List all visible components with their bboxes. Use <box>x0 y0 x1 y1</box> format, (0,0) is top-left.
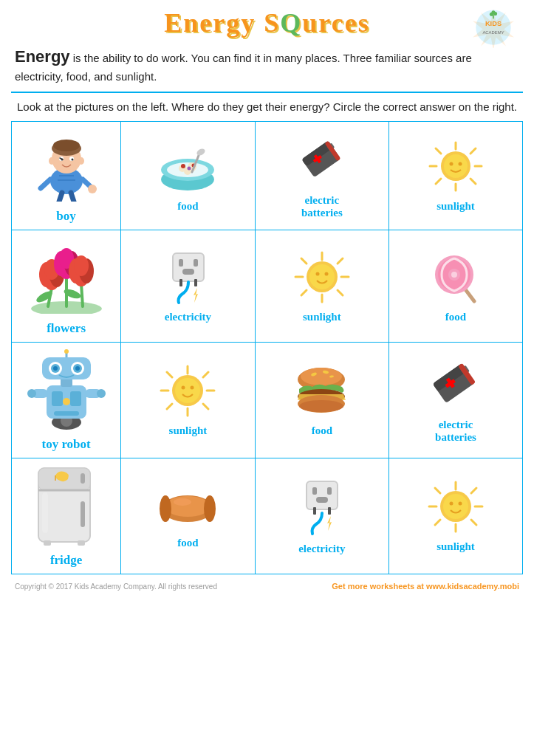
header: Energy SQurces KIDS ACADEMY <box>11 7 523 38</box>
svg-line-126 <box>203 372 208 377</box>
answer-cell-boy-food[interactable]: food <box>121 122 255 230</box>
svg-point-116 <box>53 366 58 371</box>
sunlight-label-2: sunlight <box>303 311 341 323</box>
answer-item-sausage: food <box>124 483 251 549</box>
subject-cell-robot: toy robot <box>12 343 121 458</box>
answer-cell-boy-battery[interactable]: electricbatteries <box>255 122 388 230</box>
instruction-text: Look at the pictures on the left. Where … <box>11 99 523 116</box>
website-link[interactable]: Get more worksheets at www.kidsacademy.m… <box>332 582 519 591</box>
page: Energy SQurces KIDS ACADEMY Energy is th… <box>0 0 534 598</box>
svg-point-131 <box>191 386 194 390</box>
boy-icon <box>30 128 103 202</box>
svg-rect-102 <box>52 391 63 406</box>
svg-rect-80 <box>194 279 197 286</box>
svg-rect-75 <box>173 253 204 281</box>
answer-cell-fridge-electricity[interactable]: electricity <box>255 458 388 574</box>
battery-icon-1 <box>292 133 352 188</box>
answer-cell-robot-sun[interactable]: sunlight <box>121 343 255 458</box>
table-row: flowers <box>12 230 523 343</box>
svg-line-125 <box>203 404 208 409</box>
svg-point-11 <box>53 140 80 151</box>
svg-point-92 <box>315 272 319 275</box>
answer-cell-boy-sun[interactable]: sunlight <box>389 122 523 230</box>
answer-item-plug-1: electricity <box>124 250 251 323</box>
svg-point-130 <box>182 386 185 390</box>
svg-rect-152 <box>44 540 51 546</box>
food-burger-label: food <box>312 425 332 437</box>
battery-icon-2 <box>426 357 485 413</box>
electricity-label-2: electricity <box>298 543 345 555</box>
copyright-text: Copyright © 2017 Kids Academy Company. A… <box>15 583 217 591</box>
svg-line-51 <box>470 148 476 154</box>
svg-point-176 <box>443 494 468 519</box>
svg-point-15 <box>71 159 73 161</box>
burger-icon <box>290 363 353 419</box>
subject-label-flowers: flowers <box>47 321 86 336</box>
svg-text:ACADEMY: ACADEMY <box>482 30 504 35</box>
svg-marker-81 <box>194 288 198 303</box>
svg-rect-150 <box>81 501 85 527</box>
svg-point-17 <box>49 157 55 165</box>
svg-line-124 <box>167 372 172 377</box>
subject-cell-fridge: fridge <box>12 458 121 574</box>
svg-line-88 <box>338 258 343 264</box>
plug-icon-2 <box>290 478 353 537</box>
svg-rect-162 <box>327 487 332 495</box>
answer-cell-fridge-sun[interactable]: sunlight <box>389 458 523 574</box>
electricity-label-1: electricity <box>165 311 211 323</box>
title-ources: urces <box>302 8 369 38</box>
svg-line-174 <box>435 520 440 525</box>
answer-item-sun-2: sunlight <box>259 250 386 323</box>
answer-cell-robot-battery[interactable]: electricbatteries <box>389 343 523 458</box>
svg-line-49 <box>436 148 441 154</box>
subject-item-robot: toy robot <box>15 348 117 452</box>
activity-grid: boy <box>11 121 523 574</box>
answer-cell-flowers-electricity[interactable]: electricity <box>121 230 255 343</box>
svg-point-56 <box>459 162 462 166</box>
answer-item-sun-1: sunlight <box>392 139 519 213</box>
svg-rect-165 <box>328 507 331 515</box>
answer-cell-robot-food[interactable]: food <box>255 343 388 458</box>
subject-item-fridge: fridge <box>15 464 117 568</box>
svg-point-105 <box>63 398 70 405</box>
intro-bold: Energy <box>15 47 70 66</box>
subject-item-boy: boy <box>15 128 117 224</box>
svg-point-18 <box>78 157 84 165</box>
table-row: toy robot <box>12 343 523 458</box>
lollipop-icon <box>426 250 485 305</box>
svg-line-22 <box>59 193 62 202</box>
table-row: fridge <box>12 458 523 574</box>
svg-rect-78 <box>182 269 194 275</box>
svg-point-74 <box>74 255 89 276</box>
page-title: Energy SQurces <box>164 7 369 38</box>
food-bowl-label: food <box>177 200 198 213</box>
svg-rect-104 <box>54 411 79 416</box>
title-q-icon: Q <box>280 8 302 38</box>
svg-rect-163 <box>316 497 328 503</box>
svg-point-109 <box>97 389 106 398</box>
svg-point-54 <box>444 154 468 178</box>
answer-item-lollipop: food <box>392 250 519 323</box>
answer-item-sun-3: sunlight <box>124 363 251 437</box>
answer-cell-fridge-food[interactable]: food <box>121 458 255 574</box>
svg-line-172 <box>471 520 476 525</box>
svg-point-159 <box>174 498 191 506</box>
food-sausage-label: food <box>177 537 198 549</box>
answer-cell-flowers-food[interactable]: food <box>389 230 523 343</box>
subject-cell-flowers: flowers <box>12 230 121 343</box>
food-lollipop-label: food <box>445 311 466 323</box>
subject-label-boy: boy <box>56 209 75 224</box>
svg-line-87 <box>338 290 343 295</box>
svg-point-108 <box>27 389 36 398</box>
svg-line-50 <box>470 179 476 184</box>
intro-text: Energy is the ability to do work. You ca… <box>11 44 523 86</box>
answer-item-battery-2: electricbatteries <box>392 357 519 444</box>
plug-icon-1 <box>157 250 219 305</box>
svg-point-91 <box>309 264 335 289</box>
svg-line-171 <box>435 488 440 493</box>
sun-icon-2 <box>292 250 352 305</box>
answer-cell-flowers-sun[interactable]: sunlight <box>255 230 388 343</box>
svg-point-158 <box>204 495 216 522</box>
svg-point-178 <box>459 502 462 506</box>
table-row: boy <box>12 122 523 230</box>
